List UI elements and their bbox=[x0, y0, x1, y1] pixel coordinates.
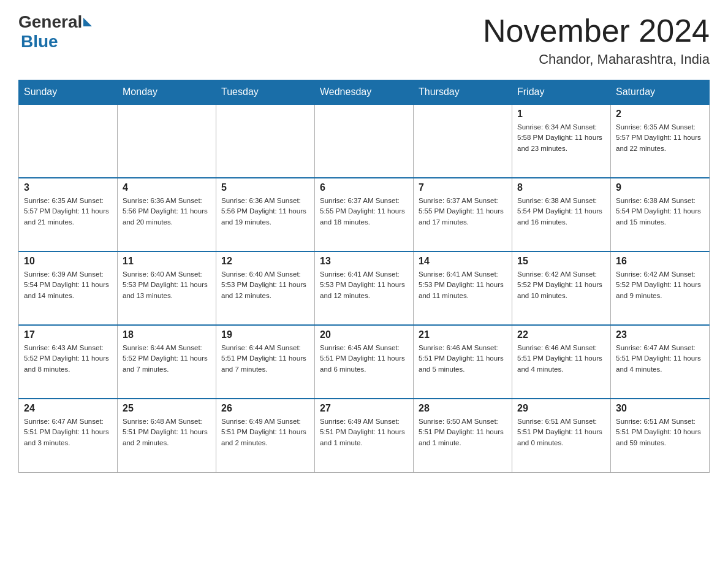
day-info: Sunrise: 6:38 AM Sunset: 5:54 PM Dayligh… bbox=[517, 196, 605, 228]
day-number: 15 bbox=[517, 256, 605, 267]
calendar-cell: 30Sunrise: 6:51 AM Sunset: 5:51 PM Dayli… bbox=[611, 399, 710, 472]
calendar-cell: 4Sunrise: 6:36 AM Sunset: 5:56 PM Daylig… bbox=[118, 178, 216, 251]
calendar-week-row: 1Sunrise: 6:34 AM Sunset: 5:58 PM Daylig… bbox=[19, 104, 710, 178]
page-header: General Blue November 2024 Chandor, Maha… bbox=[18, 12, 710, 67]
day-number: 10 bbox=[24, 256, 112, 267]
day-info: Sunrise: 6:34 AM Sunset: 5:58 PM Dayligh… bbox=[517, 122, 605, 154]
day-number: 25 bbox=[123, 403, 211, 414]
calendar-week-row: 17Sunrise: 6:43 AM Sunset: 5:52 PM Dayli… bbox=[19, 325, 710, 399]
day-info: Sunrise: 6:37 AM Sunset: 5:55 PM Dayligh… bbox=[320, 196, 408, 228]
day-info: Sunrise: 6:45 AM Sunset: 5:51 PM Dayligh… bbox=[320, 343, 408, 375]
day-info: Sunrise: 6:50 AM Sunset: 5:51 PM Dayligh… bbox=[419, 416, 507, 448]
location-text: Chandor, Maharashtra, India bbox=[483, 52, 710, 67]
calendar-header-row: SundayMondayTuesdayWednesdayThursdayFrid… bbox=[19, 80, 710, 105]
calendar-cell bbox=[19, 104, 118, 178]
day-number: 7 bbox=[419, 182, 507, 193]
calendar-cell: 5Sunrise: 6:36 AM Sunset: 5:56 PM Daylig… bbox=[216, 178, 315, 251]
day-number: 3 bbox=[24, 182, 112, 193]
day-number: 8 bbox=[517, 182, 605, 193]
calendar-cell: 15Sunrise: 6:42 AM Sunset: 5:52 PM Dayli… bbox=[512, 251, 611, 325]
calendar-table: SundayMondayTuesdayWednesdayThursdayFrid… bbox=[18, 80, 710, 473]
calendar-cell: 1Sunrise: 6:34 AM Sunset: 5:58 PM Daylig… bbox=[512, 104, 611, 178]
calendar-cell: 17Sunrise: 6:43 AM Sunset: 5:52 PM Dayli… bbox=[19, 325, 118, 399]
logo: General Blue bbox=[18, 12, 93, 52]
calendar-week-row: 10Sunrise: 6:39 AM Sunset: 5:54 PM Dayli… bbox=[19, 251, 710, 325]
calendar-cell: 3Sunrise: 6:35 AM Sunset: 5:57 PM Daylig… bbox=[19, 178, 118, 251]
day-info: Sunrise: 6:38 AM Sunset: 5:54 PM Dayligh… bbox=[616, 196, 704, 228]
day-number: 27 bbox=[320, 403, 408, 414]
day-number: 24 bbox=[24, 403, 112, 414]
logo-general-text: General bbox=[18, 12, 82, 32]
day-info: Sunrise: 6:44 AM Sunset: 5:51 PM Dayligh… bbox=[221, 343, 309, 375]
month-title: November 2024 bbox=[483, 12, 710, 49]
day-header-sunday: Sunday bbox=[19, 80, 118, 105]
day-header-thursday: Thursday bbox=[414, 80, 512, 105]
day-info: Sunrise: 6:36 AM Sunset: 5:56 PM Dayligh… bbox=[221, 196, 309, 228]
calendar-cell: 14Sunrise: 6:41 AM Sunset: 5:53 PM Dayli… bbox=[414, 251, 512, 325]
day-info: Sunrise: 6:43 AM Sunset: 5:52 PM Dayligh… bbox=[24, 343, 112, 375]
day-number: 11 bbox=[123, 256, 211, 267]
day-number: 1 bbox=[517, 109, 605, 120]
day-info: Sunrise: 6:42 AM Sunset: 5:52 PM Dayligh… bbox=[616, 269, 704, 301]
day-number: 30 bbox=[616, 403, 704, 414]
calendar-cell: 21Sunrise: 6:46 AM Sunset: 5:51 PM Dayli… bbox=[414, 325, 512, 399]
calendar-cell: 2Sunrise: 6:35 AM Sunset: 5:57 PM Daylig… bbox=[611, 104, 710, 178]
day-info: Sunrise: 6:47 AM Sunset: 5:51 PM Dayligh… bbox=[24, 416, 112, 448]
day-info: Sunrise: 6:36 AM Sunset: 5:56 PM Dayligh… bbox=[123, 196, 211, 228]
calendar-cell: 20Sunrise: 6:45 AM Sunset: 5:51 PM Dayli… bbox=[315, 325, 414, 399]
day-info: Sunrise: 6:37 AM Sunset: 5:55 PM Dayligh… bbox=[419, 196, 507, 228]
day-number: 20 bbox=[320, 329, 408, 340]
day-header-monday: Monday bbox=[118, 80, 216, 105]
logo-triangle-icon bbox=[83, 18, 92, 26]
day-number: 18 bbox=[123, 329, 211, 340]
day-number: 21 bbox=[419, 329, 507, 340]
day-number: 23 bbox=[616, 329, 704, 340]
day-number: 19 bbox=[221, 329, 309, 340]
day-info: Sunrise: 6:44 AM Sunset: 5:52 PM Dayligh… bbox=[123, 343, 211, 375]
day-info: Sunrise: 6:40 AM Sunset: 5:53 PM Dayligh… bbox=[123, 269, 211, 301]
day-number: 5 bbox=[221, 182, 309, 193]
day-header-friday: Friday bbox=[512, 80, 611, 105]
calendar-cell: 24Sunrise: 6:47 AM Sunset: 5:51 PM Dayli… bbox=[19, 399, 118, 472]
calendar-cell bbox=[315, 104, 414, 178]
calendar-cell: 10Sunrise: 6:39 AM Sunset: 5:54 PM Dayli… bbox=[19, 251, 118, 325]
calendar-cell: 11Sunrise: 6:40 AM Sunset: 5:53 PM Dayli… bbox=[118, 251, 216, 325]
day-number: 2 bbox=[616, 109, 704, 120]
calendar-cell: 22Sunrise: 6:46 AM Sunset: 5:51 PM Dayli… bbox=[512, 325, 611, 399]
calendar-cell bbox=[216, 104, 315, 178]
calendar-cell: 18Sunrise: 6:44 AM Sunset: 5:52 PM Dayli… bbox=[118, 325, 216, 399]
day-number: 12 bbox=[221, 256, 309, 267]
calendar-cell: 6Sunrise: 6:37 AM Sunset: 5:55 PM Daylig… bbox=[315, 178, 414, 251]
calendar-cell: 12Sunrise: 6:40 AM Sunset: 5:53 PM Dayli… bbox=[216, 251, 315, 325]
calendar-cell: 9Sunrise: 6:38 AM Sunset: 5:54 PM Daylig… bbox=[611, 178, 710, 251]
day-number: 28 bbox=[419, 403, 507, 414]
day-info: Sunrise: 6:46 AM Sunset: 5:51 PM Dayligh… bbox=[419, 343, 507, 375]
day-info: Sunrise: 6:40 AM Sunset: 5:53 PM Dayligh… bbox=[221, 269, 309, 301]
calendar-cell: 13Sunrise: 6:41 AM Sunset: 5:53 PM Dayli… bbox=[315, 251, 414, 325]
day-info: Sunrise: 6:47 AM Sunset: 5:51 PM Dayligh… bbox=[616, 343, 704, 375]
calendar-cell: 16Sunrise: 6:42 AM Sunset: 5:52 PM Dayli… bbox=[611, 251, 710, 325]
day-info: Sunrise: 6:48 AM Sunset: 5:51 PM Dayligh… bbox=[123, 416, 211, 448]
day-number: 22 bbox=[517, 329, 605, 340]
day-info: Sunrise: 6:39 AM Sunset: 5:54 PM Dayligh… bbox=[24, 269, 112, 301]
calendar-cell: 23Sunrise: 6:47 AM Sunset: 5:51 PM Dayli… bbox=[611, 325, 710, 399]
day-info: Sunrise: 6:49 AM Sunset: 5:51 PM Dayligh… bbox=[320, 416, 408, 448]
day-info: Sunrise: 6:42 AM Sunset: 5:52 PM Dayligh… bbox=[517, 269, 605, 301]
calendar-cell: 25Sunrise: 6:48 AM Sunset: 5:51 PM Dayli… bbox=[118, 399, 216, 472]
day-info: Sunrise: 6:49 AM Sunset: 5:51 PM Dayligh… bbox=[221, 416, 309, 448]
day-number: 4 bbox=[123, 182, 211, 193]
calendar-week-row: 24Sunrise: 6:47 AM Sunset: 5:51 PM Dayli… bbox=[19, 399, 710, 472]
day-number: 16 bbox=[616, 256, 704, 267]
day-header-tuesday: Tuesday bbox=[216, 80, 315, 105]
logo-blue-text: Blue bbox=[21, 32, 58, 51]
day-number: 6 bbox=[320, 182, 408, 193]
day-header-saturday: Saturday bbox=[611, 80, 710, 105]
title-section: November 2024 Chandor, Maharashtra, Indi… bbox=[483, 12, 710, 67]
day-info: Sunrise: 6:51 AM Sunset: 5:51 PM Dayligh… bbox=[616, 416, 704, 448]
day-number: 13 bbox=[320, 256, 408, 267]
day-number: 17 bbox=[24, 329, 112, 340]
calendar-week-row: 3Sunrise: 6:35 AM Sunset: 5:57 PM Daylig… bbox=[19, 178, 710, 251]
day-info: Sunrise: 6:46 AM Sunset: 5:51 PM Dayligh… bbox=[517, 343, 605, 375]
day-number: 14 bbox=[419, 256, 507, 267]
calendar-cell: 29Sunrise: 6:51 AM Sunset: 5:51 PM Dayli… bbox=[512, 399, 611, 472]
